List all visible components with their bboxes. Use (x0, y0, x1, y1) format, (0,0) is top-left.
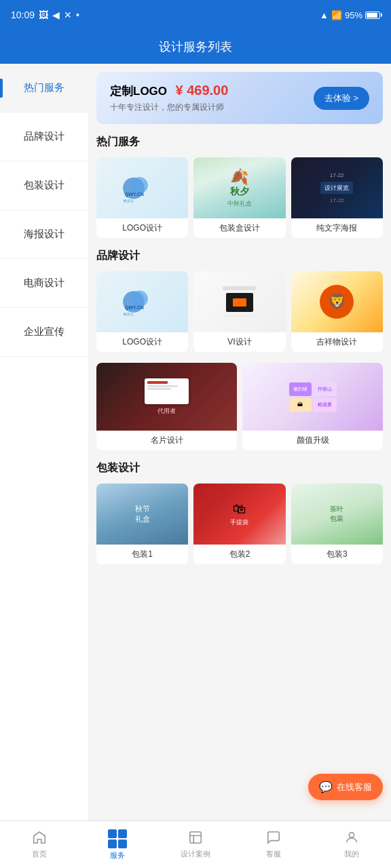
bottom-nav: 首页 服务 设计案例 客服 (0, 821, 391, 868)
customer-icon (266, 830, 281, 847)
dot-icon: • (76, 9, 79, 20)
svg-point-9 (350, 833, 354, 837)
page-title: 设计服务列表 (159, 39, 232, 55)
nav-mine[interactable]: 我的 (313, 830, 391, 859)
cases-icon (188, 830, 203, 847)
hot-logo-thumb: QWY.CN 欧沃云 (96, 157, 188, 218)
packaging-thumb-3: 茶叶包装 (291, 484, 383, 545)
notification-icon: 🖼 (39, 9, 48, 20)
banner-subtitle: 十年专注设计，您的专属设计师 (110, 102, 314, 113)
chat-icon: 💬 (319, 781, 333, 793)
packaging-service-3[interactable]: 茶叶包装 包装3 (291, 484, 383, 564)
promo-banner[interactable]: 定制LOGO ¥ 469.00 十年专注设计，您的专属设计师 去体验 > (96, 72, 383, 124)
close-icon: ✕ (64, 9, 72, 20)
svg-point-1 (131, 176, 148, 193)
brand-service-card[interactable]: 代用者 名片设计 (96, 363, 237, 450)
hot-service-poster[interactable]: 17-22 设计展览 17-22 纯文字海报 (291, 157, 383, 238)
mine-icon (344, 830, 359, 847)
brand-services-grid-top: QWY.CN 欧沃云 LOGO设计 (96, 271, 383, 352)
brand-service-logo[interactable]: QWY.CN 欧沃云 LOGO设计 (96, 271, 188, 352)
packaging-thumb-1: 秋节礼盒 (96, 484, 188, 545)
battery-text: 95% (345, 10, 362, 20)
hot-services-grid: QWY.CN 欧沃云 LOGO设计 🍂 秋夕 中秋礼盒 (96, 157, 383, 238)
packaging-service-1[interactable]: 秋节礼盒 包装1 (96, 484, 188, 564)
main-layout: 热门服务 品牌设计 包装设计 海报设计 电商设计 企业宣传 定制LOGO ¥ 4… (0, 64, 391, 821)
brand-vi-thumb (193, 271, 285, 332)
hot-services-title: 热门服务 (96, 135, 383, 149)
brand-logo-thumb: QWY.CN 欧沃云 (96, 271, 188, 332)
svg-point-5 (131, 290, 148, 307)
brand-service-mascot[interactable]: 🦁 吉祥物设计 (291, 271, 383, 352)
sidebar-item-packaging[interactable]: 包装设计 (0, 161, 88, 210)
svg-text:QWY.CN: QWY.CN (124, 305, 143, 311)
banner-title: 定制LOGO ¥ 469.00 (110, 83, 314, 99)
service-icon (108, 829, 127, 848)
brand-service-value[interactable]: 徽韵楼 作留山 🏔 稻花香 颜值升级 (242, 363, 383, 450)
wifi-icon: ◀ (52, 9, 60, 20)
hot-service-packaging[interactable]: 🍂 秋夕 中秋礼盒 包装盒设计 (193, 157, 285, 238)
status-right: ▲ 📶 95% (320, 10, 380, 20)
signal-icon: ▲ (320, 10, 329, 20)
svg-text:欧沃云: 欧沃云 (124, 312, 134, 316)
nav-cases[interactable]: 设计案例 (156, 830, 234, 859)
nav-service[interactable]: 服务 (78, 829, 156, 861)
svg-text:欧沃云: 欧沃云 (124, 198, 134, 202)
wifi-signal-icon: 📶 (331, 10, 342, 20)
brand-services-title: 品牌设计 (96, 249, 383, 263)
sidebar-item-poster[interactable]: 海报设计 (0, 210, 88, 259)
hot-service-logo[interactable]: QWY.CN 欧沃云 LOGO设计 (96, 157, 188, 238)
nav-home[interactable]: 首页 (0, 830, 78, 859)
home-icon (32, 830, 47, 847)
battery-icon (365, 12, 380, 19)
brand-service-vi[interactable]: VI设计 (193, 271, 285, 352)
status-left: 10:09 🖼 ◀ ✕ • (11, 9, 79, 20)
brand-mascot-thumb: 🦁 (291, 271, 383, 332)
sidebar: 热门服务 品牌设计 包装设计 海报设计 电商设计 企业宣传 (0, 64, 88, 821)
sidebar-item-corporate[interactable]: 企业宣传 (0, 308, 88, 357)
brand-value-thumb: 徽韵楼 作留山 🏔 稻花香 (242, 363, 383, 431)
packaging-services-title: 包装设计 (96, 461, 383, 475)
banner-cta-button[interactable]: 去体验 > (314, 87, 369, 110)
customer-service-float-button[interactable]: 💬 在线客服 (308, 774, 383, 800)
packaging-thumb-2: 🛍 手提袋 (193, 484, 285, 545)
brand-services-grid-bottom: 代用者 名片设计 徽韵楼 作留山 🏔 稻花香 (96, 363, 383, 450)
brand-card-thumb: 代用者 (96, 363, 237, 431)
page-header: 设计服务列表 (0, 30, 391, 64)
sidebar-item-hot[interactable]: 热门服务 (0, 64, 88, 113)
status-bar: 10:09 🖼 ◀ ✕ • ▲ 📶 95% (0, 0, 391, 30)
time: 10:09 (11, 9, 35, 20)
banner-info: 定制LOGO ¥ 469.00 十年专注设计，您的专属设计师 (110, 83, 314, 113)
packaging-service-2[interactable]: 🛍 手提袋 包装2 (193, 484, 285, 564)
float-btn-label: 在线客服 (337, 781, 372, 793)
hot-poster-thumb: 17-22 设计展览 17-22 (291, 157, 383, 218)
packaging-services-grid: 秋节礼盒 包装1 🛍 手提袋 包装2 (96, 484, 383, 564)
svg-text:QWY.CN: QWY.CN (124, 191, 143, 197)
nav-customer[interactable]: 客服 (235, 830, 313, 859)
sidebar-item-brand[interactable]: 品牌设计 (0, 113, 88, 161)
hot-packaging-thumb: 🍂 秋夕 中秋礼盒 (193, 157, 285, 218)
sidebar-item-ecommerce[interactable]: 电商设计 (0, 259, 88, 308)
svg-rect-8 (190, 832, 202, 844)
content-area: 定制LOGO ¥ 469.00 十年专注设计，您的专属设计师 去体验 > 热门服… (88, 64, 391, 821)
